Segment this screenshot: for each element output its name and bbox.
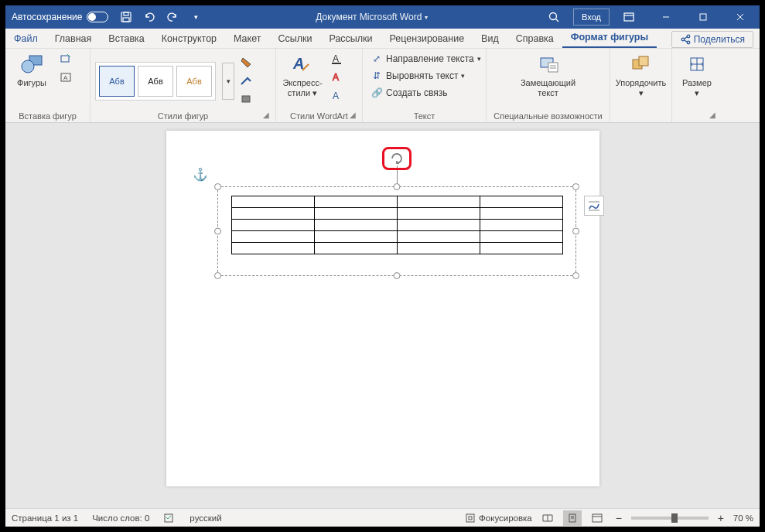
tab-shape-format[interactable]: Формат фигуры xyxy=(562,28,657,48)
tab-insert[interactable]: Вставка xyxy=(100,29,152,48)
document-table[interactable] xyxy=(231,196,563,254)
zoom-in-button[interactable]: + xyxy=(715,512,727,524)
svg-line-4 xyxy=(556,19,559,22)
size-launcher[interactable]: ◢ xyxy=(709,111,719,120)
close-button[interactable] xyxy=(722,5,758,29)
redo-icon[interactable] xyxy=(164,9,181,26)
print-layout-button[interactable] xyxy=(563,510,582,526)
svg-rect-2 xyxy=(123,18,129,22)
size-button[interactable]: Размер▾ xyxy=(678,50,716,100)
arrange-button[interactable]: Упорядочить▾ xyxy=(620,50,663,100)
tab-view[interactable]: Вид xyxy=(473,29,507,48)
wordart-express-button[interactable]: A Экспресс-стили ▾ xyxy=(281,50,324,100)
resize-handle-tl[interactable] xyxy=(214,183,221,190)
shape-style-gallery[interactable]: Абв Абв Абв xyxy=(95,62,216,101)
resize-handle-rm[interactable] xyxy=(572,228,579,235)
ribbon: Фигуры A Вставка фигур Абв Абв Абв ▾ xyxy=(5,49,760,123)
wordart-icon: A xyxy=(292,53,313,75)
proofing-button[interactable] xyxy=(163,513,176,523)
shape-effects-button[interactable] xyxy=(237,91,258,108)
group-label-accessibility: Специальные возможности xyxy=(491,111,605,122)
style-preset-2[interactable]: Абв xyxy=(138,66,173,97)
size-icon xyxy=(688,55,706,73)
svg-rect-16 xyxy=(61,56,69,62)
resize-handle-tm[interactable] xyxy=(394,183,401,190)
tab-file[interactable]: Файл xyxy=(5,29,46,48)
word-count[interactable]: Число слов: 0 xyxy=(92,513,149,523)
rotate-icon[interactable] xyxy=(389,151,405,166)
svg-point-15 xyxy=(22,60,34,73)
tab-review[interactable]: Рецензирование xyxy=(381,29,473,48)
wordart-launcher[interactable]: ◢ xyxy=(350,111,359,120)
login-button[interactable]: Вход xyxy=(573,9,610,26)
web-layout-button[interactable] xyxy=(588,510,606,526)
table-row xyxy=(232,196,563,208)
title-text: Документ Microsoft Word xyxy=(316,12,422,22)
svg-rect-36 xyxy=(469,517,472,520)
tab-help[interactable]: Справка xyxy=(507,29,562,48)
resize-handle-tr[interactable] xyxy=(572,183,579,190)
style-preset-3[interactable]: Абв xyxy=(176,66,212,97)
autosave-toggle[interactable]: Автосохранение xyxy=(5,12,114,22)
save-icon[interactable] xyxy=(118,9,135,26)
page-indicator[interactable]: Страница 1 из 1 xyxy=(12,513,78,523)
tab-layout[interactable]: Макет xyxy=(225,29,269,48)
ribbon-tabs: Файл Главная Вставка Конструктор Макет С… xyxy=(5,29,760,49)
align-text-icon: ⇵ xyxy=(371,70,383,82)
style-preset-1[interactable]: Абв xyxy=(99,66,135,97)
text-box-button[interactable]: A xyxy=(56,69,77,86)
table-row xyxy=(232,208,563,220)
document-title[interactable]: Документ Microsoft Word ▾ xyxy=(207,12,536,22)
language-indicator[interactable]: русский xyxy=(190,513,221,523)
focus-mode-button[interactable]: Фокусировка xyxy=(465,513,532,523)
create-link-button[interactable]: 🔗Создать связь xyxy=(367,84,450,101)
document-workspace[interactable]: ⚓ xyxy=(5,123,760,508)
read-mode-button[interactable] xyxy=(538,510,557,526)
maximize-button[interactable] xyxy=(685,5,721,29)
search-icon[interactable] xyxy=(536,5,572,29)
zoom-level[interactable]: 70 % xyxy=(733,513,753,523)
layout-options-button[interactable] xyxy=(584,196,604,216)
shapes-button[interactable]: Фигуры xyxy=(10,50,53,90)
svg-point-13 xyxy=(681,38,685,41)
svg-text:A: A xyxy=(333,72,339,83)
anchor-icon[interactable]: ⚓ xyxy=(193,167,208,182)
shape-styles-launcher[interactable]: ◢ xyxy=(263,111,272,120)
edit-shape-button[interactable] xyxy=(56,50,77,67)
text-direction-button[interactable]: ⤢Направление текста ▾ xyxy=(367,50,484,67)
document-page[interactable] xyxy=(166,131,599,486)
align-text-button[interactable]: ⇵Выровнять текст ▾ xyxy=(367,67,468,84)
qat-chevron-down-icon[interactable]: ▾ xyxy=(187,9,204,26)
ribbon-display-icon[interactable] xyxy=(611,5,647,29)
minimize-button[interactable] xyxy=(648,5,684,29)
share-button[interactable]: Поделиться xyxy=(671,31,753,48)
layout-options-icon xyxy=(587,200,601,212)
resize-handle-lm[interactable] xyxy=(214,228,221,235)
toggle-switch[interactable] xyxy=(87,12,108,22)
shape-fill-button[interactable] xyxy=(237,54,258,71)
group-label-insert-shapes: Вставка фигур xyxy=(10,111,85,122)
svg-rect-40 xyxy=(593,514,602,522)
text-effects-button[interactable]: A xyxy=(327,87,347,104)
gallery-more-button[interactable]: ▾ xyxy=(222,63,234,100)
svg-text:A: A xyxy=(63,74,68,81)
chevron-down-icon: ▾ xyxy=(425,14,428,21)
svg-rect-8 xyxy=(700,14,706,20)
group-label-text: Текст xyxy=(367,111,481,122)
tab-references[interactable]: Ссылки xyxy=(269,29,320,48)
tab-mailings[interactable]: Рассылки xyxy=(320,29,381,48)
text-fill-button[interactable]: A xyxy=(327,50,347,67)
alt-text-button[interactable]: Замещающий текст xyxy=(514,50,583,100)
tab-home[interactable]: Главная xyxy=(46,29,101,48)
alt-text-icon xyxy=(538,55,559,73)
arrange-icon xyxy=(631,55,651,73)
resize-handle-br[interactable] xyxy=(572,272,579,279)
zoom-slider[interactable] xyxy=(631,517,709,520)
text-outline-button[interactable]: A xyxy=(327,69,347,86)
zoom-out-button[interactable]: − xyxy=(613,512,625,524)
resize-handle-bm[interactable] xyxy=(394,272,401,279)
resize-handle-bl[interactable] xyxy=(214,272,221,279)
undo-icon[interactable] xyxy=(141,9,158,26)
shape-outline-button[interactable] xyxy=(237,73,258,90)
tab-design[interactable]: Конструктор xyxy=(153,29,225,48)
